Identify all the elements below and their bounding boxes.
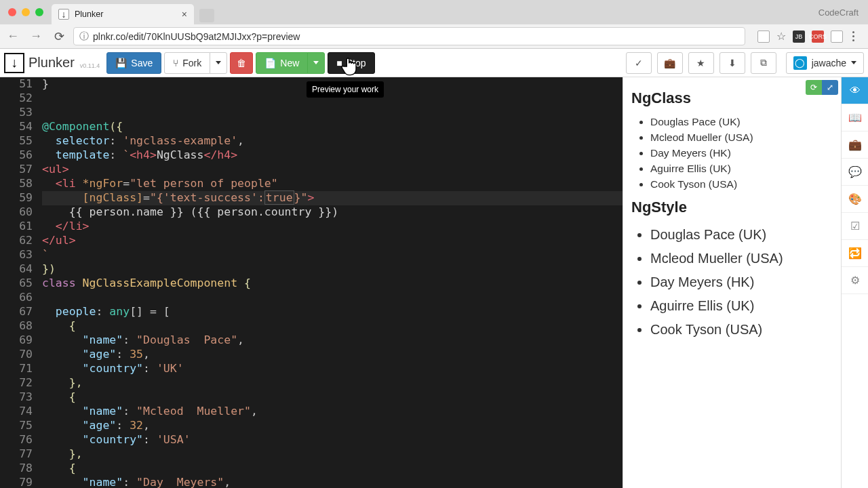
sidebar-retweet-button[interactable]: 🔁	[842, 240, 868, 267]
extension-icon[interactable]: JB	[793, 30, 805, 43]
code-line[interactable]: {	[42, 462, 623, 476]
code-line[interactable]: `	[42, 248, 623, 262]
app-toolbar: ↓ Plunker v0.11.4 💾 Save ⑂ Fork 🗑 📄 New …	[0, 49, 868, 77]
caret-down-icon	[216, 61, 221, 64]
code-line[interactable]	[42, 106, 623, 120]
briefcase-icon: 💼	[848, 138, 862, 151]
code-line[interactable]: "name": "Mcleod Mueller",	[42, 405, 623, 419]
tab-close-icon[interactable]: ×	[182, 9, 187, 20]
list-item: Day Meyers (HK)	[650, 145, 833, 161]
code-line[interactable]: @Component({	[42, 120, 623, 134]
refresh-preview-button[interactable]: ⟳	[806, 80, 822, 95]
list-item: Douglas Pace (UK)	[650, 114, 833, 129]
new-tab-button[interactable]	[199, 9, 214, 22]
gutter-line-number: 62	[0, 234, 33, 248]
code-line[interactable]: selector: 'ngclass-example',	[42, 134, 623, 148]
sidebar-settings-button[interactable]: ⚙	[842, 267, 868, 294]
code-line[interactable]: {	[42, 319, 623, 333]
window-close-icon[interactable]	[8, 8, 16, 16]
sidebar-docs-button[interactable]: 📖	[842, 104, 868, 131]
trash-icon: 🗑	[237, 58, 246, 68]
code-line[interactable]: </li>	[42, 220, 623, 234]
open-external-button[interactable]: ⧉	[751, 52, 776, 74]
fork-button[interactable]: ⑂ Fork	[164, 52, 210, 74]
fork-dropdown-button[interactable]	[210, 52, 227, 74]
browser-tab[interactable]: ↓ Plunker ×	[52, 4, 194, 24]
site-info-icon[interactable]: ⓘ	[79, 30, 89, 43]
gutter-line-number: 75	[0, 419, 33, 433]
code-line[interactable]: people: any[] = [	[42, 305, 623, 319]
code-line[interactable]: "country": 'USA'	[42, 433, 623, 447]
browser-titlebar: ↓ Plunker × CodeCraft	[0, 0, 868, 24]
code-editor[interactable]: 5152535455565758596061626364656667686970…	[0, 77, 623, 488]
expand-preview-button[interactable]: ⤢	[822, 80, 838, 95]
sidebar-palette-button[interactable]: 🎨	[842, 186, 868, 213]
code-line[interactable]: {{ person.name }} ({{ person.country }})	[42, 205, 623, 220]
code-line[interactable]: </ul>	[42, 234, 623, 248]
code-line[interactable]: "age": 32,	[42, 419, 623, 433]
code-line[interactable]: template: `<h4>NgClass</h4>	[42, 148, 623, 163]
favorite-button[interactable]: ★	[688, 52, 714, 74]
code-line[interactable]: })	[42, 262, 623, 277]
ngstyle-list: Douglas Pace (UK)Mcleod Mueller (USA)Day…	[631, 223, 833, 342]
code-line[interactable]: "name": "Douglas Pace",	[42, 333, 623, 348]
brand-version: v0.11.4	[80, 62, 100, 69]
url-input[interactable]: ⓘ plnkr.co/edit/70KlnUUSbQ9at2MJIJxx?p=p…	[73, 27, 745, 45]
code-line[interactable]: <li *ngFor="let person of people"	[42, 177, 623, 191]
back-icon[interactable]: ←	[4, 28, 22, 45]
gutter-line-number: 74	[0, 405, 33, 419]
download-button[interactable]: ⬇	[719, 52, 745, 74]
sidebar-preview-button[interactable]: 👁	[842, 77, 868, 104]
code-line[interactable]: "age": 35,	[42, 348, 623, 362]
list-item: Mcleod Mueller (USA)	[650, 129, 833, 145]
file-icon: 📄	[264, 58, 276, 68]
bookmark-star-icon[interactable]: ☆	[776, 30, 786, 43]
code-line[interactable]: "name": "Day Meyers",	[42, 476, 623, 488]
sidebar-files-button[interactable]: 💼	[842, 131, 868, 159]
code-line[interactable]: class NgClassExampleComponent {	[42, 277, 623, 291]
extension-icon[interactable]: CORS	[812, 30, 824, 43]
heading-ngclass: NgClass	[631, 89, 833, 107]
browser-menu-icon[interactable]	[850, 31, 857, 41]
save-button[interactable]: 💾 Save	[106, 52, 161, 74]
new-button[interactable]: 📄 New	[256, 52, 308, 74]
star-icon: ★	[696, 58, 705, 68]
code-line[interactable]	[42, 291, 623, 305]
user-menu-button[interactable]: ◯ jawache	[786, 52, 864, 74]
gutter-line-number: 67	[0, 305, 33, 319]
gutter-line-number: 68	[0, 319, 33, 333]
eye-icon: 👁	[850, 85, 861, 97]
delete-button[interactable]: 🗑	[230, 52, 253, 74]
briefcase-button[interactable]: 💼	[657, 52, 683, 74]
browser-address-bar: ← → ⟳ ⓘ plnkr.co/edit/70KlnUUSbQ9at2MJIJ…	[0, 24, 868, 49]
done-button[interactable]: ✓	[626, 52, 652, 74]
code-line[interactable]: [ngClass]="{'text-success':true}">	[42, 191, 623, 205]
gutter-line-number: 51	[0, 77, 33, 92]
code-line[interactable]: },	[42, 376, 623, 390]
window-minimize-icon[interactable]	[22, 8, 30, 16]
gutter-line-number: 71	[0, 362, 33, 376]
code-line[interactable]: <ul>	[42, 163, 623, 177]
extension-icon[interactable]	[831, 30, 843, 43]
heading-ngstyle: NgStyle	[631, 199, 833, 216]
sidebar-tasks-button[interactable]: ☑	[842, 213, 868, 240]
extension-icon[interactable]: ⎘	[757, 30, 770, 43]
new-dropdown-button[interactable]	[307, 52, 325, 74]
gutter-line-number: 53	[0, 106, 33, 120]
sidebar-chat-button[interactable]: 💬	[842, 159, 868, 186]
window-maximize-icon[interactable]	[35, 8, 43, 16]
brand-logo[interactable]: ↓ Plunker v0.11.4	[4, 53, 104, 73]
expand-icon: ⤢	[827, 83, 833, 92]
gutter-line-number: 63	[0, 248, 33, 262]
right-sidebar: 👁 📖 💼 💬 🎨 ☑ 🔁 ⚙	[841, 77, 868, 488]
code-line[interactable]: },	[42, 447, 623, 462]
code-line[interactable]: "country": 'UK'	[42, 362, 623, 376]
gear-icon: ⚙	[850, 274, 860, 287]
list-item: Cook Tyson (USA)	[650, 176, 833, 192]
caret-down-icon	[313, 61, 319, 64]
list-item: Aguirre Ellis (UK)	[650, 161, 833, 176]
reload-icon[interactable]: ⟳	[50, 28, 68, 45]
username: jawache	[812, 58, 846, 68]
code-line[interactable]: {	[42, 390, 623, 405]
tab-title: Plunker	[75, 9, 103, 19]
